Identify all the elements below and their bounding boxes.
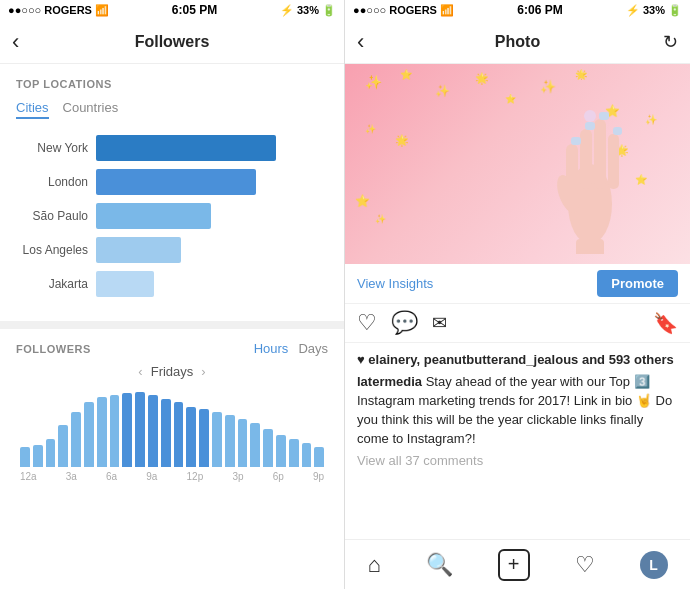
bar-label-1: London bbox=[16, 175, 88, 189]
photo-container: ✨ ⭐ ✨ 🌟 ⭐ ✨ 🌟 ⭐ ✨ 🌟 ✨ ⭐ ✨ 🌟 ⭐ bbox=[345, 64, 690, 264]
hist-bar-16 bbox=[225, 415, 235, 467]
left-battery-icon: 🔋 bbox=[322, 4, 336, 17]
profile-avatar[interactable]: L bbox=[640, 551, 668, 579]
right-nav-title: Photo bbox=[495, 33, 540, 51]
comment-button[interactable]: 💬 bbox=[391, 312, 418, 334]
right-battery-icon: 🔋 bbox=[668, 4, 682, 17]
location-tabs: Cities Countries bbox=[16, 98, 328, 119]
search-button[interactable]: 🔍 bbox=[426, 552, 453, 578]
left-panel: ●●○○○ ROGERS 📶 6:05 PM ⚡ 33% 🔋 ‹ Followe… bbox=[0, 0, 345, 589]
hist-bar-2 bbox=[46, 439, 56, 467]
hist-bar-21 bbox=[289, 439, 299, 467]
star-2: ⭐ bbox=[400, 69, 412, 80]
x-label-0: 12a bbox=[20, 471, 37, 482]
action-icons-left: ♡ 💬 ✉ bbox=[357, 312, 447, 334]
bar-chart: New York London São Paulo Los Angeles Ja… bbox=[0, 127, 344, 321]
svg-rect-4 bbox=[608, 134, 619, 189]
tab-cities[interactable]: Cities bbox=[16, 98, 49, 119]
left-status-left: ●●○○○ ROGERS 📶 bbox=[8, 4, 109, 17]
right-time: 6:06 PM bbox=[517, 3, 562, 17]
tab-days[interactable]: Days bbox=[298, 341, 328, 356]
followers-section: FOLLOWERS Hours Days ‹ Fridays › 12a 3a … bbox=[0, 329, 344, 589]
histogram bbox=[16, 387, 328, 467]
likes-text: ♥ elainery, peanutbutterand_jealous and … bbox=[357, 351, 678, 369]
hist-bar-10 bbox=[148, 395, 158, 467]
top-locations-title: TOP LOCATIONS bbox=[16, 78, 328, 90]
home-button[interactable]: ⌂ bbox=[367, 552, 380, 578]
week-nav: ‹ Fridays › bbox=[16, 364, 328, 379]
hist-bar-8 bbox=[122, 393, 132, 467]
svg-point-11 bbox=[584, 110, 596, 122]
followers-section-title: FOLLOWERS bbox=[16, 343, 91, 355]
refresh-button[interactable]: ↻ bbox=[663, 31, 678, 53]
hist-bar-11 bbox=[161, 399, 171, 467]
like-button[interactable]: ♡ bbox=[357, 312, 377, 334]
star-11: ✨ bbox=[645, 114, 657, 125]
right-wifi-icon: 📶 bbox=[440, 4, 454, 17]
left-back-button[interactable]: ‹ bbox=[12, 29, 19, 55]
hist-bar-9 bbox=[135, 392, 145, 467]
bar-row-2: São Paulo bbox=[16, 203, 328, 229]
bottom-nav: ⌂ 🔍 + ♡ L bbox=[345, 539, 690, 589]
right-bt-icon: ⚡ bbox=[626, 4, 640, 17]
right-carrier: ●●○○○ ROGERS bbox=[353, 4, 437, 16]
right-back-button[interactable]: ‹ bbox=[357, 29, 364, 55]
insights-row: View Insights Promote bbox=[345, 264, 690, 304]
svg-rect-2 bbox=[594, 119, 606, 189]
tab-countries[interactable]: Countries bbox=[63, 98, 119, 119]
hist-bar-18 bbox=[250, 423, 260, 467]
add-button[interactable]: + bbox=[498, 549, 530, 581]
share-button[interactable]: ✉ bbox=[432, 314, 447, 332]
svg-rect-9 bbox=[613, 127, 622, 135]
caption-area: ♥ elainery, peanutbutterand_jealous and … bbox=[345, 343, 690, 539]
star-13: ✨ bbox=[375, 214, 386, 224]
hist-bar-0 bbox=[20, 447, 30, 467]
view-insights-link[interactable]: View Insights bbox=[357, 276, 433, 291]
hist-bar-7 bbox=[110, 395, 120, 467]
next-week-arrow[interactable]: › bbox=[201, 364, 205, 379]
bar-label-3: Los Angeles bbox=[16, 243, 88, 257]
x-label-3: 9a bbox=[146, 471, 157, 482]
week-label: Fridays bbox=[151, 364, 194, 379]
bar-row-1: London bbox=[16, 169, 328, 195]
x-label-5: 3p bbox=[232, 471, 243, 482]
bar-label-4: Jakarta bbox=[16, 277, 88, 291]
right-nav-bar: ‹ Photo ↻ bbox=[345, 20, 690, 64]
bar-label-2: São Paulo bbox=[16, 209, 88, 223]
bar-row-0: New York bbox=[16, 135, 328, 161]
star-10: 🌟 bbox=[395, 134, 409, 147]
star-1: ✨ bbox=[365, 74, 382, 90]
bar-fill-0 bbox=[96, 135, 276, 161]
tab-hours[interactable]: Hours bbox=[254, 341, 289, 356]
bar-label-0: New York bbox=[16, 141, 88, 155]
left-wifi-icon: 📶 bbox=[95, 4, 109, 17]
hist-bar-4 bbox=[71, 412, 81, 467]
hist-bar-3 bbox=[58, 425, 68, 467]
star-12: ⭐ bbox=[355, 194, 370, 208]
followers-tabs: Hours Days bbox=[254, 341, 328, 356]
svg-rect-7 bbox=[599, 112, 609, 120]
caption-username: latermedia bbox=[357, 374, 422, 389]
svg-rect-8 bbox=[571, 137, 581, 145]
hist-bar-19 bbox=[263, 429, 273, 467]
view-comments[interactable]: View all 37 comments bbox=[357, 453, 678, 468]
heart-button[interactable]: ♡ bbox=[575, 552, 595, 578]
left-nav-title: Followers bbox=[135, 33, 210, 51]
hand-svg bbox=[550, 74, 630, 254]
svg-rect-10 bbox=[576, 239, 604, 254]
prev-week-arrow[interactable]: ‹ bbox=[138, 364, 142, 379]
top-locations-header: TOP LOCATIONS Cities Countries bbox=[0, 64, 344, 127]
bookmark-button[interactable]: 🔖 bbox=[653, 313, 678, 333]
right-status-right: ⚡ 33% 🔋 bbox=[626, 4, 682, 17]
svg-rect-1 bbox=[580, 129, 592, 189]
svg-rect-6 bbox=[585, 122, 595, 130]
hist-bar-6 bbox=[97, 397, 107, 467]
left-battery: 33% bbox=[297, 4, 319, 16]
hist-bar-20 bbox=[276, 435, 286, 467]
promote-button[interactable]: Promote bbox=[597, 270, 678, 297]
left-nav-bar: ‹ Followers bbox=[0, 20, 344, 64]
bar-fill-4 bbox=[96, 271, 154, 297]
hist-bar-5 bbox=[84, 402, 94, 467]
left-carrier: ●●○○○ ROGERS bbox=[8, 4, 92, 16]
bar-fill-2 bbox=[96, 203, 211, 229]
